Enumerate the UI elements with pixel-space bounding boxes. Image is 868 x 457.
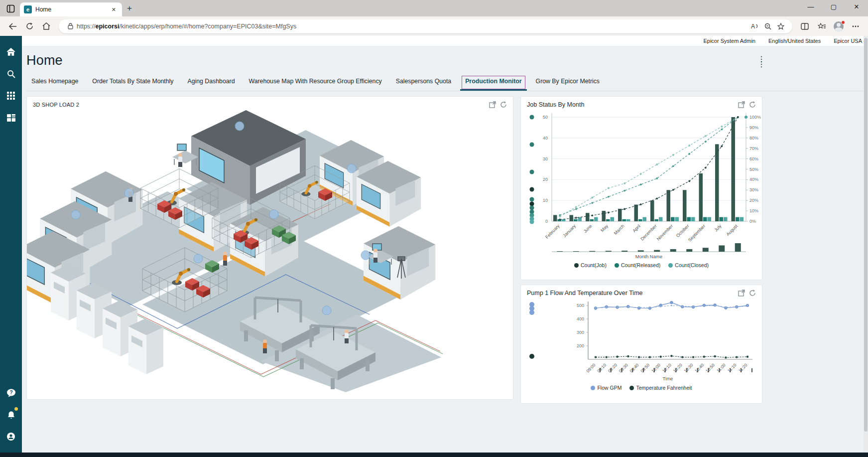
browser-toolbar: https://epicorsi/kinetic/apps/erp/home/#… [0,16,868,36]
svg-text:0: 0 [545,219,548,224]
legend-item[interactable]: Count(Closed) [668,262,709,268]
split-screen-icon[interactable] [797,19,812,33]
pump-chart-legend: Flow GPMTemperature Fahrenheit [521,385,762,391]
svg-text:Time: Time [663,376,673,381]
zoom-out-icon[interactable] [761,20,774,32]
pump-flow-chart: 50040030020009:0009:1009:2009:3009:4009:… [521,298,762,384]
svg-text:January: January [562,223,577,238]
open-widget-icon[interactable] [738,101,745,108]
svg-text:30: 30 [543,156,548,161]
minimize-button[interactable]: — [799,0,822,15]
page-overflow-menu-icon[interactable]: ⋮⋮ [757,57,765,67]
svg-text:400: 400 [577,316,584,321]
legend-dot-icon [574,263,579,268]
dashboard-tabstrip: Sales HomepageOrder Totals By State Mont… [26,74,868,91]
svg-text:100%: 100% [749,115,761,120]
current-user[interactable]: Epicor System Admin [703,38,755,44]
svg-text:11:20: 11:20 [738,362,748,373]
legend-label: Count(Released) [621,262,660,268]
svg-text:August: August [725,223,739,237]
current-locale[interactable]: English/United States [768,38,821,44]
legend-item[interactable]: Count(Released) [615,262,660,268]
open-widget-icon[interactable] [489,101,496,108]
legend-item[interactable]: Flow GPM [591,385,621,391]
refresh-icon[interactable] [22,19,37,33]
url-text[interactable]: https://epicorsi/kinetic/apps/erp/home/#… [77,23,748,30]
svg-text:40: 40 [543,136,548,141]
profile-button[interactable] [831,19,846,33]
svg-text:30%: 30% [749,187,758,192]
maximize-button[interactable]: ▢ [822,0,845,15]
dashboard-tab-warehouse-map-with-resource-group-efficiency[interactable]: Warehouse Map With Resource Group Effici… [244,74,387,91]
window-bottom-edge [0,453,868,457]
home-content: Home ⋮⋮ Sales HomepageOrder Totals By St… [22,46,868,453]
svg-text:April: April [631,223,641,233]
svg-text:200: 200 [577,343,584,348]
sidebar-dashboards-icon[interactable] [3,110,18,125]
open-widget-icon[interactable] [738,290,745,297]
svg-text:10:50: 10:50 [705,362,716,373]
browser-tab[interactable]: e Home ✕ [20,2,122,16]
dashboard-tab-salespersons-quota[interactable]: Salespersons Quota [391,74,456,91]
sidebar-help-icon[interactable]: ? [3,385,18,400]
job-status-chart: 010203040500%10%20%30%40%50%60%70%80%90%… [521,109,762,261]
shop-floor-3d-scene [27,109,513,394]
legend-dot-icon [668,263,673,268]
browser-menu-icon[interactable] [848,19,863,33]
home-icon[interactable] [39,19,54,33]
favorite-star-icon[interactable] [774,20,787,32]
jobs-chart-legend: Count(Job)Count(Released)Count(Closed) [521,262,762,268]
legend-item[interactable]: Temperature Fahrenheit [629,385,692,391]
dashboard-tab-sales-homepage[interactable]: Sales Homepage [26,74,83,91]
tab-title: Home [35,6,110,13]
tab-close-icon[interactable]: ✕ [110,5,118,14]
job-status-card: Job Status By Month 010203040500%10%20%3… [520,96,762,280]
svg-text:Month Name: Month Name [635,254,662,259]
dashboard-tab-grow-by-epicor-metrics[interactable]: Grow By Epicor Metrics [531,74,605,91]
svg-text:February: February [544,223,561,240]
scrollbar-thumb[interactable] [864,38,868,432]
refresh-widget-icon[interactable] [500,101,507,108]
svg-text:09:40: 09:40 [628,362,639,373]
jobs-card-title: Job Status By Month [527,101,738,108]
current-company[interactable]: Epicor USA [834,38,862,44]
dashboard-tab-order-totals-by-state-monthly[interactable]: Order Totals By State Monthly [87,74,178,91]
refresh-widget-icon[interactable] [749,290,756,297]
legend-dot-icon [615,263,619,268]
sidebar-notifications-icon[interactable] [3,407,18,422]
dashboard-tab-production-monitor[interactable]: Production Monitor [460,74,526,91]
svg-text:20%: 20% [749,198,758,203]
svg-text:10:00: 10:00 [650,362,661,373]
svg-text:10:40: 10:40 [694,362,705,373]
svg-text:09:50: 09:50 [639,362,650,373]
tab-layout-icon[interactable] [4,3,17,14]
legend-label: Count(Job) [581,262,607,268]
new-tab-button[interactable]: + [122,3,138,16]
read-aloud-icon[interactable]: A [748,20,761,32]
svg-text:September: September [687,223,706,242]
dashboard-tab-aging-dashboard[interactable]: Aging Dashboard [182,74,240,91]
svg-text:10:10: 10:10 [661,362,672,373]
sidebar-account-icon[interactable] [3,429,18,444]
svg-text:July: July [713,223,723,233]
epicor-favicon: e [24,5,32,13]
legend-item[interactable]: Count(Job) [574,262,607,268]
sidebar-apps-grid-icon[interactable] [3,88,18,103]
kinetic-sidebar: ? [0,36,22,453]
pump-flow-card: Pump 1 Flow And Temperature Over Time 50… [520,285,762,404]
legend-dot-icon [591,386,595,390]
back-icon[interactable] [5,19,20,33]
address-bar[interactable]: https://epicorsi/kinetic/apps/erp/home/#… [59,19,792,33]
svg-text:November: November [656,223,674,241]
svg-text:60%: 60% [749,156,758,161]
refresh-widget-icon[interactable] [749,101,756,108]
sidebar-search-icon[interactable] [3,66,18,81]
svg-text:90%: 90% [749,125,758,130]
page-scrollbar[interactable] [864,36,868,453]
close-button[interactable]: ✕ [845,0,868,15]
legend-label: Count(Closed) [675,262,709,268]
favorites-list-icon[interactable] [814,19,829,33]
svg-text:09:00: 09:00 [585,362,596,373]
svg-text:50%: 50% [749,167,758,172]
sidebar-home-icon[interactable] [3,44,18,59]
